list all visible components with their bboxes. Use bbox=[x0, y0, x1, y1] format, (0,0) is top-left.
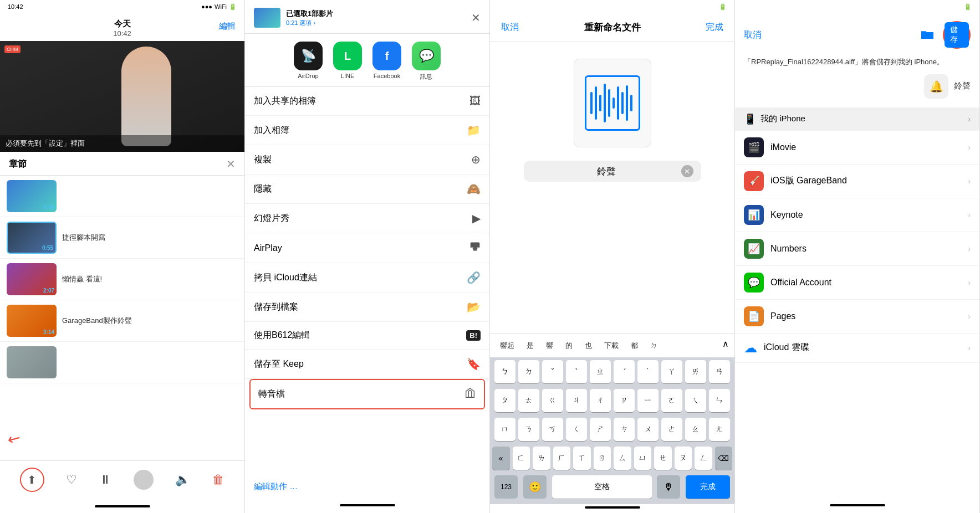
key-c[interactable]: ㄘ bbox=[614, 418, 635, 441]
list-item[interactable] bbox=[0, 342, 244, 383]
key-done[interactable]: 完成 bbox=[686, 475, 730, 499]
folder-icon[interactable] bbox=[917, 25, 937, 45]
app-item-pages[interactable]: 📄 Pages › bbox=[735, 300, 979, 334]
menu-item-hide[interactable]: 隱藏 🙈 bbox=[245, 175, 489, 204]
key-po[interactable]: ㄆ bbox=[494, 389, 515, 412]
key-he[interactable]: ㄏ bbox=[553, 447, 571, 470]
list-item[interactable]: 0:40 bbox=[0, 176, 244, 217]
key-en[interactable]: ㄣ bbox=[709, 389, 730, 412]
key-ei[interactable]: ㄟ bbox=[685, 389, 706, 412]
keyword-7[interactable]: 都 bbox=[626, 338, 642, 353]
save-button[interactable]: 儲存 bbox=[945, 22, 969, 48]
menu-item-save-files[interactable]: 儲存到檔案 📂 bbox=[245, 293, 489, 322]
list-item[interactable]: 0:55 捷徑腳本開寫 bbox=[0, 217, 244, 259]
list-item[interactable]: 3:14 GarageBand製作鈴聲 bbox=[0, 300, 244, 342]
close-button[interactable]: ✕ bbox=[471, 11, 481, 24]
key-ou[interactable]: ㄡ bbox=[675, 447, 692, 470]
key-mo[interactable]: ㄇ bbox=[494, 418, 515, 441]
play-area-button[interactable] bbox=[134, 470, 154, 490]
app-item-numbers[interactable]: 📈 Numbers › bbox=[735, 232, 979, 266]
app-item-garageband[interactable]: 🎸 iOS版 GarageBand › bbox=[735, 165, 979, 198]
key-emoji[interactable]: 🙂 bbox=[523, 475, 547, 499]
key-bo[interactable]: ㄅ bbox=[494, 360, 515, 383]
share-message[interactable]: 💬 訊息 bbox=[411, 42, 442, 81]
key-ao[interactable]: ㄠ bbox=[685, 418, 706, 441]
key-ke[interactable]: ㄎ bbox=[542, 418, 563, 441]
key-e[interactable]: ㄜ bbox=[661, 418, 682, 441]
selected-duration[interactable]: 0:21 選項 › bbox=[286, 19, 333, 27]
keyword-6[interactable]: 下載 bbox=[600, 338, 623, 353]
key-zh[interactable]: ㄓ bbox=[590, 360, 611, 383]
key-ge[interactable]: ㄍ bbox=[542, 389, 563, 412]
keyword-1[interactable]: 響起 bbox=[496, 338, 519, 353]
keyword-4[interactable]: 的 bbox=[561, 338, 577, 353]
menu-item-icloud-link[interactable]: 拷貝 iCloud連結 🔗 bbox=[245, 263, 489, 293]
share-airdrop[interactable]: 📡 AirDrop bbox=[293, 42, 324, 81]
menu-item-convert-audio[interactable]: 轉音檔 bbox=[249, 379, 485, 409]
edit-button[interactable]: 編輯 bbox=[219, 21, 236, 32]
key-le[interactable]: ㄌ bbox=[533, 447, 550, 470]
key-wu[interactable]: ㄨ bbox=[637, 418, 659, 441]
key-tone4[interactable]: ˋ bbox=[566, 360, 587, 383]
key-tone2[interactable]: ˇ bbox=[542, 360, 563, 383]
key-s[interactable]: ㄙ bbox=[614, 447, 631, 470]
menu-item-slideshow[interactable]: 幻燈片秀 ▶ bbox=[245, 204, 489, 233]
key-r[interactable]: ㄖ bbox=[594, 447, 611, 470]
keyword-5[interactable]: 也 bbox=[580, 338, 596, 353]
key-xi[interactable]: ㄒ bbox=[573, 447, 591, 470]
save-circle-button[interactable]: 儲存 bbox=[943, 21, 971, 49]
key-ne[interactable]: ㄋ bbox=[518, 418, 539, 441]
menu-item-keep[interactable]: 儲存至 Keep 🔖 bbox=[245, 350, 489, 379]
cancel-button-4[interactable]: 取消 bbox=[744, 29, 762, 41]
share-line[interactable]: L LINE bbox=[333, 42, 363, 81]
key-fo[interactable]: ㄈ bbox=[513, 447, 530, 470]
share-facebook[interactable]: f Facebook bbox=[372, 42, 402, 81]
key-an[interactable]: ㄢ bbox=[709, 360, 730, 383]
menu-item-airplay[interactable]: AirPlay bbox=[245, 233, 489, 263]
clear-input-button[interactable]: ✕ bbox=[681, 165, 693, 177]
key-de[interactable]: ㄉ bbox=[518, 360, 539, 383]
key-tone-neutral[interactable]: ˙ bbox=[637, 360, 659, 383]
key-tone-rising[interactable]: ˊ bbox=[614, 360, 635, 383]
key-ai[interactable]: ㄞ bbox=[685, 360, 706, 383]
key-backspace[interactable]: ⌫ bbox=[715, 447, 733, 470]
chapters-close-button[interactable]: ✕ bbox=[226, 157, 236, 171]
key-space[interactable]: 空格 bbox=[552, 475, 652, 499]
keyword-2[interactable]: 是 bbox=[522, 338, 538, 353]
menu-item-shared-album[interactable]: 加入共享的相簿 🖼 bbox=[245, 87, 489, 116]
app-item-imovie[interactable]: 🎬 iMovie › bbox=[735, 131, 979, 165]
app-item-icloud[interactable]: ☁ iCloud 雲碟 › bbox=[735, 334, 979, 363]
menu-item-copy[interactable]: 複製 ⊕ bbox=[245, 145, 489, 175]
key-ch[interactable]: ㄔ bbox=[590, 389, 611, 412]
done-button-3[interactable]: 完成 bbox=[706, 22, 723, 33]
keyword-3[interactable]: 響 bbox=[542, 338, 558, 353]
key-ang[interactable]: ㄤ bbox=[709, 418, 730, 441]
key-eng[interactable]: ㄥ bbox=[695, 447, 712, 470]
menu-item-album[interactable]: 加入相簿 📁 bbox=[245, 116, 489, 145]
filename-input[interactable] bbox=[532, 166, 681, 177]
list-item[interactable]: 2:07 懶情蟲 看這! bbox=[0, 259, 244, 300]
key-globe[interactable]: 🎙 bbox=[657, 475, 680, 499]
key-sh[interactable]: ㄕ bbox=[590, 418, 611, 441]
key-123[interactable]: 123 bbox=[494, 475, 518, 499]
key-yu[interactable]: ㄩ bbox=[634, 447, 652, 470]
edit-actions-button[interactable]: 編輯動作 … bbox=[245, 474, 489, 500]
key-shift[interactable]: « bbox=[492, 447, 510, 470]
cancel-button-3[interactable]: 取消 bbox=[501, 22, 519, 33]
key-yi[interactable]: ㄧ bbox=[637, 389, 659, 412]
mute-button[interactable]: 🔈 bbox=[175, 473, 190, 487]
keyword-8[interactable]: ㄉ bbox=[646, 338, 662, 353]
pause-button[interactable]: ⏸ bbox=[99, 473, 111, 487]
keyboard-expand-icon[interactable]: ∧ bbox=[722, 338, 729, 353]
key-te[interactable]: ㄊ bbox=[518, 389, 539, 412]
key-z[interactable]: ㄗ bbox=[614, 389, 635, 412]
key-o[interactable]: ㄛ bbox=[661, 389, 682, 412]
key-a[interactable]: ㄚ bbox=[661, 360, 682, 383]
key-ye[interactable]: ㄝ bbox=[654, 447, 672, 470]
app-item-keynote[interactable]: 📊 Keynote › bbox=[735, 198, 979, 232]
key-qi[interactable]: ㄑ bbox=[566, 418, 587, 441]
video-player[interactable]: CHM 必須要先到「設定」裡面 bbox=[0, 41, 244, 152]
share-button[interactable]: ⬆ bbox=[20, 468, 44, 492]
delete-button[interactable]: 🗑 bbox=[212, 473, 224, 487]
like-button[interactable]: ♡ bbox=[66, 473, 77, 487]
